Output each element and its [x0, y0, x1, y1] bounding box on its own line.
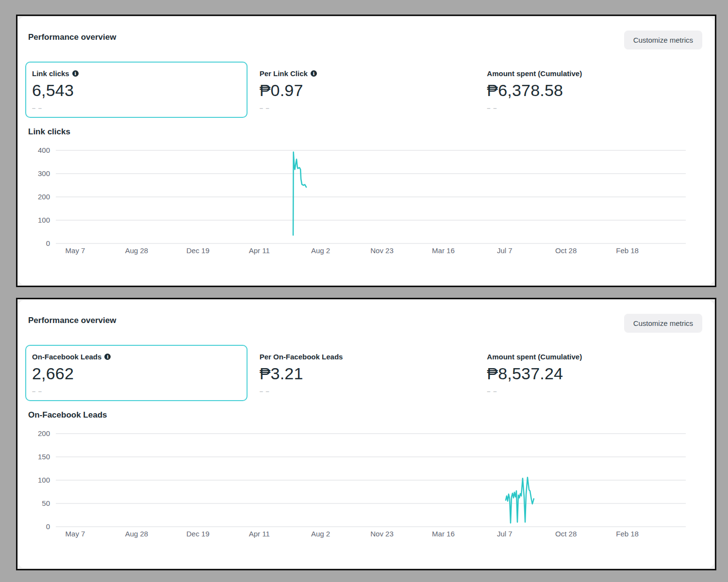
svg-text:100: 100 [38, 216, 50, 224]
svg-text:Aug 28: Aug 28 [125, 246, 149, 255]
info-icon[interactable]: i [311, 70, 317, 77]
metric-sub-dashes: – – [32, 104, 241, 112]
metric-card-per-link-click[interactable]: Per Link Click i ₱0.97 – – [253, 62, 475, 118]
metric-label-text: Per On-Facebook Leads [260, 353, 343, 361]
svg-text:0: 0 [46, 522, 50, 531]
svg-text:Aug 2: Aug 2 [311, 530, 330, 538]
svg-text:Aug 2: Aug 2 [311, 246, 330, 255]
metric-value: ₱6,378.58 [487, 81, 695, 100]
svg-text:Oct 28: Oct 28 [555, 246, 577, 255]
panel-card: Performance overview Customize metrics O… [18, 300, 714, 568]
metric-card-link-clicks[interactable]: Link clicks i 6,543 – – [25, 62, 248, 118]
metric-label-text: On-Facebook Leads [32, 353, 101, 361]
metric-card-on-facebook-leads[interactable]: On-Facebook Leads i 2,662 – – [25, 345, 248, 401]
svg-text:400: 400 [38, 146, 50, 154]
link-clicks-chart-block: Link clicks 0100200300400May 7Aug 28Dec … [28, 127, 702, 259]
svg-text:200: 200 [38, 193, 50, 201]
info-icon[interactable]: i [72, 70, 79, 77]
metric-value: ₱3.21 [260, 364, 468, 383]
svg-text:50: 50 [42, 499, 50, 507]
svg-text:300: 300 [38, 169, 50, 178]
metric-card-amount-spent[interactable]: Amount spent (Cumulative) ₱6,378.58 – – [480, 62, 702, 118]
metric-label: Amount spent (Cumulative) [487, 353, 695, 361]
on-facebook-leads-chart-block: On-Facebook Leads 050100150200May 7Aug 2… [28, 410, 702, 542]
info-icon[interactable]: i [104, 354, 111, 360]
svg-text:Nov 23: Nov 23 [370, 246, 394, 255]
svg-text:Apr 11: Apr 11 [249, 246, 270, 255]
metric-sub-dashes: – – [260, 104, 468, 112]
metric-value: ₱0.97 [260, 81, 468, 100]
panel-card: Performance overview Customize metrics L… [18, 17, 714, 285]
panel-title: Performance overview [28, 31, 116, 42]
svg-text:Apr 11: Apr 11 [249, 530, 270, 538]
svg-text:Mar 16: Mar 16 [432, 246, 455, 255]
svg-text:Jul 7: Jul 7 [497, 530, 513, 538]
svg-text:Feb 18: Feb 18 [616, 246, 639, 255]
metric-sub-dashes: – – [487, 388, 695, 395]
performance-panel-on-facebook-leads: Performance overview Customize metrics O… [16, 298, 716, 570]
svg-text:Aug 28: Aug 28 [125, 530, 149, 538]
metric-value: ₱8,537.24 [487, 364, 695, 383]
svg-text:Nov 23: Nov 23 [370, 530, 394, 538]
chart-title: Link clicks [28, 127, 702, 137]
svg-text:May 7: May 7 [66, 530, 85, 538]
metric-card-amount-spent[interactable]: Amount spent (Cumulative) ₱8,537.24 – – [480, 345, 702, 401]
svg-text:0: 0 [46, 239, 50, 247]
customize-metrics-button[interactable]: Customize metrics [624, 314, 702, 333]
svg-text:150: 150 [38, 453, 50, 461]
svg-text:Oct 28: Oct 28 [555, 530, 577, 538]
metric-label: Per On-Facebook Leads [260, 353, 468, 361]
metric-label-text: Amount spent (Cumulative) [487, 69, 582, 78]
panel-title: Performance overview [28, 314, 116, 325]
svg-text:Dec 19: Dec 19 [186, 530, 210, 538]
svg-text:Feb 18: Feb 18 [616, 530, 639, 538]
svg-text:200: 200 [38, 429, 50, 437]
panel-header: Performance overview Customize metrics [28, 314, 702, 333]
metric-label-text: Amount spent (Cumulative) [487, 353, 582, 361]
chart-title: On-Facebook Leads [28, 410, 702, 420]
metric-card-per-on-facebook-leads[interactable]: Per On-Facebook Leads ₱3.21 – – [253, 345, 475, 401]
metric-value: 2,662 [32, 364, 241, 383]
svg-text:May 7: May 7 [66, 246, 85, 255]
metric-label: Amount spent (Cumulative) [487, 69, 695, 78]
svg-text:Mar 16: Mar 16 [432, 530, 455, 538]
metric-label-text: Per Link Click [260, 69, 308, 78]
metric-sub-dashes: – – [487, 104, 695, 112]
metric-sub-dashes: – – [32, 388, 241, 395]
metric-sub-dashes: – – [260, 388, 468, 395]
performance-panel-link-clicks: Performance overview Customize metrics L… [16, 15, 716, 287]
customize-metrics-button[interactable]: Customize metrics [624, 31, 702, 49]
metric-label: Per Link Click i [260, 69, 468, 78]
metric-label: On-Facebook Leads i [32, 353, 241, 361]
on-facebook-leads-line-chart: 050100150200May 7Aug 28Dec 19Apr 11Aug 2… [28, 423, 691, 542]
svg-text:Dec 19: Dec 19 [186, 246, 210, 255]
svg-text:100: 100 [38, 476, 50, 484]
panel-header: Performance overview Customize metrics [28, 31, 702, 49]
metric-cards-row: Link clicks i 6,543 – – Per Link Click i… [25, 62, 702, 118]
metric-cards-row: On-Facebook Leads i 2,662 – – Per On-Fac… [25, 345, 702, 401]
metric-label-text: Link clicks [32, 69, 69, 78]
link-clicks-line-chart: 0100200300400May 7Aug 28Dec 19Apr 11Aug … [28, 140, 691, 259]
svg-text:Jul 7: Jul 7 [497, 246, 513, 255]
metric-value: 6,543 [32, 81, 241, 100]
metric-label: Link clicks i [32, 69, 241, 78]
